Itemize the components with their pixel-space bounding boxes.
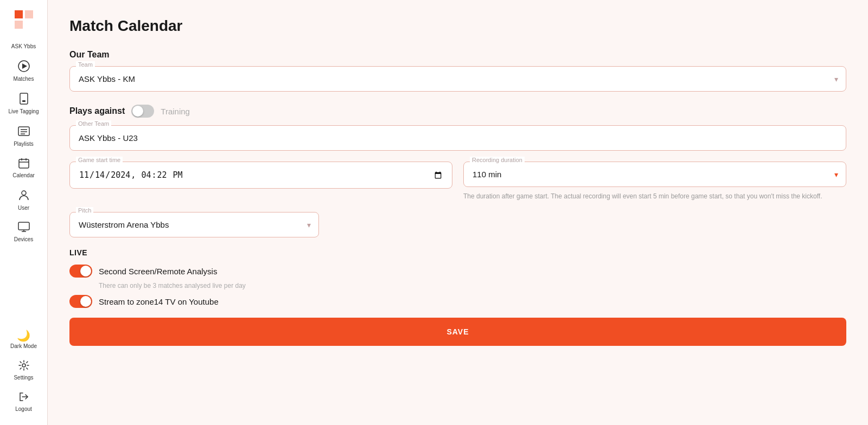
save-button[interactable]: SAVE: [69, 318, 846, 346]
svg-rect-1: [25, 10, 33, 18]
app-logo[interactable]: [13, 9, 35, 30]
stream-row: Stream to zone14 TV on Youtube: [69, 295, 846, 308]
settings-icon: [18, 360, 29, 372]
playlists-icon: [18, 125, 30, 139]
devices-icon: [18, 222, 30, 234]
game-start-input-wrapper[interactable]: [69, 162, 452, 189]
svg-rect-16: [18, 222, 29, 230]
other-team-input[interactable]: [70, 126, 846, 150]
sidebar-item-live-tagging[interactable]: Live Tagging: [2, 88, 46, 119]
our-team-section-title: Our Team: [69, 50, 846, 60]
pitch-select-wrapper[interactable]: Wüsterstrom Arena Ybbs ▾: [69, 212, 319, 237]
page-title: Match Calendar: [69, 17, 846, 35]
sidebar-calendar-label: Calendar: [12, 172, 35, 178]
pitch-field: Pitch Wüsterstrom Arena Ybbs ▾: [69, 212, 319, 237]
time-duration-row: Game start time Recording duration 110 m…: [69, 162, 846, 201]
plays-against-label: Plays against: [69, 106, 125, 116]
training-label: Training: [161, 107, 190, 116]
sidebar-item-matches[interactable]: Matches: [2, 56, 46, 86]
game-start-input[interactable]: [70, 162, 452, 188]
recording-duration-select-wrapper[interactable]: 110 min 90 min 120 min 150 min ▾: [463, 162, 846, 187]
sidebar-org-name: ASK Ybbs: [2, 39, 46, 54]
stream-toggle-knob: [80, 296, 91, 307]
stream-label: Stream to zone14 TV on Youtube: [99, 297, 219, 306]
user-icon: [18, 189, 30, 203]
game-start-field: Game start time: [69, 162, 452, 189]
sidebar-settings-label: Settings: [14, 375, 33, 381]
sidebar-dark-mode-label: Dark Mode: [10, 343, 37, 349]
toggle-knob: [132, 106, 143, 117]
sidebar-item-settings[interactable]: Settings: [2, 356, 46, 385]
sidebar-item-devices[interactable]: Devices: [2, 217, 46, 247]
sidebar-item-calendar[interactable]: Calendar: [2, 153, 46, 183]
sidebar-user-label: User: [18, 205, 29, 211]
svg-rect-6: [22, 100, 25, 102]
team-select-wrapper[interactable]: ASK Ybbs - KM ▾: [69, 66, 846, 92]
recording-duration-field: Recording duration 110 min 90 min 120 mi…: [463, 162, 846, 201]
dark-mode-icon: 🌙: [17, 330, 30, 341]
sidebar-item-user[interactable]: User: [2, 185, 46, 215]
stream-toggle[interactable]: [69, 295, 92, 308]
game-start-label: Game start time: [76, 157, 123, 163]
pitch-select[interactable]: Wüsterstrom Arena Ybbs: [70, 212, 318, 237]
svg-point-15: [22, 191, 26, 195]
matches-icon: [18, 60, 30, 74]
second-screen-toggle-knob: [80, 266, 91, 276]
main-content: Match Calendar Our Team Team ASK Ybbs - …: [48, 0, 868, 425]
sidebar-item-dark-mode[interactable]: 🌙 Dark Mode: [2, 326, 46, 353]
svg-rect-5: [20, 93, 28, 104]
live-tagging-icon: [18, 93, 29, 106]
sidebar-playlists-label: Playlists: [14, 141, 34, 147]
sidebar-live-tagging-label: Live Tagging: [9, 108, 39, 114]
other-team-field: Other Team: [69, 125, 846, 151]
other-team-input-wrapper[interactable]: [69, 125, 846, 151]
team-field: Team ASK Ybbs - KM ▾: [69, 66, 846, 92]
second-screen-label: Second Screen/Remote Analysis: [99, 267, 217, 276]
live-section-label: LIVE: [69, 248, 846, 257]
recording-duration-label: Recording duration: [470, 157, 525, 163]
plays-against-row: Plays against Training: [69, 105, 846, 118]
sidebar-item-logout[interactable]: Logout: [2, 387, 46, 416]
sidebar-logout-label: Logout: [15, 406, 32, 412]
calendar-icon: [18, 158, 29, 170]
recording-hint: The duration after game start. The actua…: [463, 191, 846, 201]
other-team-field-label: Other Team: [76, 120, 111, 127]
sidebar-item-playlists[interactable]: Playlists: [2, 121, 46, 151]
team-select[interactable]: ASK Ybbs - KM: [70, 67, 846, 91]
second-screen-toggle[interactable]: [69, 265, 92, 278]
second-screen-row: Second Screen/Remote Analysis: [69, 265, 846, 278]
sidebar-devices-label: Devices: [14, 236, 34, 242]
sidebar-matches-label: Matches: [14, 76, 34, 82]
svg-rect-0: [15, 10, 23, 18]
svg-marker-4: [22, 63, 27, 69]
logout-icon: [18, 391, 29, 404]
pitch-field-label: Pitch: [76, 207, 93, 214]
training-toggle[interactable]: [131, 105, 154, 118]
svg-point-19: [22, 364, 25, 367]
sidebar: ASK Ybbs Matches Live Tagging: [0, 0, 48, 425]
svg-rect-2: [15, 21, 23, 29]
svg-rect-11: [19, 159, 29, 168]
team-field-label: Team: [76, 61, 95, 68]
recording-duration-select[interactable]: 110 min 90 min 120 min 150 min: [464, 162, 846, 186]
live-hint: There can only be 3 matches analysed liv…: [99, 282, 846, 289]
